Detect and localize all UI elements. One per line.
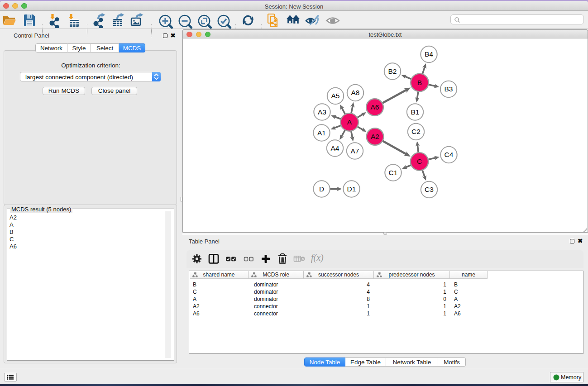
svg-text:A5: A5 [331, 92, 340, 100]
svg-text:A7: A7 [351, 147, 359, 155]
svg-text:A6: A6 [371, 103, 379, 111]
svg-text:C2: C2 [411, 128, 421, 135]
svg-text:D1: D1 [347, 185, 356, 193]
svg-text:D: D [319, 185, 324, 193]
svg-text:C3: C3 [425, 186, 434, 193]
svg-text:B1: B1 [411, 108, 420, 116]
svg-text:A3: A3 [318, 108, 326, 116]
svg-text:A4: A4 [331, 144, 339, 152]
svg-text:A8: A8 [351, 89, 360, 96]
svg-text:C: C [417, 157, 422, 165]
svg-text:A: A [347, 118, 352, 126]
svg-text:B: B [417, 79, 422, 86]
svg-text:C1: C1 [389, 169, 398, 176]
svg-text:A2: A2 [371, 133, 379, 140]
svg-text:A1: A1 [317, 129, 326, 137]
svg-text:B4: B4 [425, 50, 433, 58]
svg-text:C4: C4 [445, 151, 454, 158]
svg-text:B2: B2 [388, 67, 397, 75]
svg-text:B3: B3 [445, 85, 453, 93]
